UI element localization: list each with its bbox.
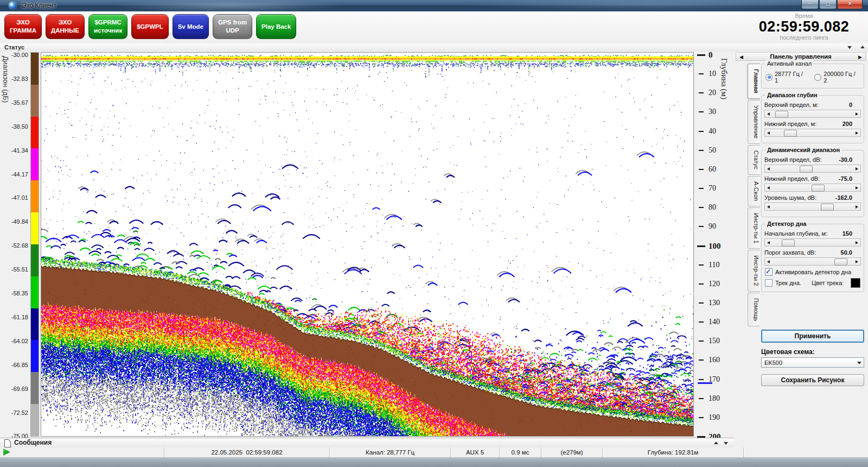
scroll-thumb[interactable] [775, 111, 788, 118]
depth-tick [699, 226, 704, 227]
color-scheme-select[interactable]: EK500 [761, 357, 864, 368]
channel-radio-1[interactable]: 200000 Гц / 2 [814, 71, 860, 84]
scroll-left-icon[interactable] [765, 129, 772, 136]
toolbar-button-4[interactable]: Sv Mode [173, 14, 209, 39]
maximize-button[interactable]: ▢ [819, 0, 837, 9]
scroll-thumb[interactable] [782, 239, 795, 247]
slider-scrollbar[interactable] [764, 129, 861, 137]
depth-tick [697, 245, 705, 247]
depth-tick-label: 140 [709, 318, 720, 326]
depth-tick-label: 70 [709, 185, 716, 192]
messages-bar[interactable]: Сообщения [0, 438, 733, 449]
slider-value: -30.0 [839, 156, 861, 163]
scroll-left-icon[interactable] [765, 203, 772, 210]
scroll-left-icon[interactable] [765, 110, 772, 117]
db-label: -64.02 [11, 338, 28, 344]
slider-scrollbar[interactable] [764, 203, 861, 211]
scroll-right-icon[interactable] [853, 239, 860, 246]
scroll-thumb[interactable] [821, 204, 834, 211]
close-button[interactable]: ✕ [837, 0, 863, 9]
scroll-thumb[interactable] [834, 258, 847, 266]
tab-инстр-ты-2[interactable]: Инстр-ты 2 [748, 250, 760, 291]
toolbar-button-2[interactable]: $GPRMCисточник [88, 14, 127, 39]
scroll-thumb[interactable] [800, 166, 813, 173]
scroll-left-icon[interactable] [765, 165, 772, 172]
slider-scrollbar[interactable] [764, 238, 861, 247]
bottom-depth-marker [698, 382, 712, 384]
collapse-down-icon[interactable] [847, 46, 852, 49]
color-band-4 [31, 180, 39, 212]
apply-button[interactable]: Применить [761, 330, 864, 343]
color-band-3 [31, 148, 39, 180]
toolbar-button-label: ДАННЫЕ [51, 27, 79, 35]
checkbox-icon[interactable] [765, 268, 773, 276]
toolbar-button-5[interactable]: GPS fromUDP [213, 14, 252, 39]
messages-up-icon[interactable] [714, 441, 718, 444]
echogram [41, 52, 694, 437]
radio-icon [814, 74, 821, 81]
scroll-left-icon[interactable] [765, 258, 772, 265]
slider-scrollbar[interactable] [764, 110, 861, 118]
slider-label-row: Порог захвата, dB:50.0 [764, 249, 861, 256]
status-cell-5: (е279м) [541, 447, 603, 457]
tab-инстр-ты-1[interactable]: Инстр-ты 1 [748, 207, 760, 249]
depth-tick-label: 150 [709, 337, 720, 345]
scroll-right-icon[interactable] [853, 258, 860, 265]
tab-помощь[interactable]: Помощь [748, 293, 760, 327]
group-2: Детектор днаНачальная глубина, м:150Поро… [761, 224, 864, 292]
slider-label-row: Начальная глубина, м:150 [764, 230, 861, 237]
slider-label-row: Нижний предел, м:200 [764, 121, 861, 127]
toolbar-button-0[interactable]: ЭХОГРАММА [4, 14, 42, 39]
scroll-right-icon[interactable] [853, 129, 860, 136]
scroll-right-icon[interactable] [853, 184, 860, 191]
scroll-thumb[interactable] [812, 185, 825, 192]
slider-label-row: Верхний предел, м:0 [764, 102, 861, 108]
scroll-right-icon[interactable] [853, 165, 860, 172]
db-label: -41.34 [11, 147, 28, 154]
color-scheme-label: Цветовая схема: [761, 348, 864, 356]
scroll-thumb[interactable] [784, 130, 797, 137]
slider-scrollbar[interactable] [764, 184, 861, 192]
scroll-left-icon[interactable] [765, 184, 772, 191]
depth-tick [699, 264, 704, 266]
toolbar-button-label: $GPWPL [137, 23, 163, 31]
slider-row: Верхний предел, dB:-30.0 [764, 156, 861, 173]
slider-label: Начальная глубина, м: [764, 230, 827, 237]
depth-tick [699, 73, 704, 74]
scroll-right-icon[interactable] [853, 110, 860, 117]
checkbox-icon[interactable] [765, 279, 773, 287]
channel-radio-0[interactable]: 28777 Гц / 1 [765, 71, 807, 84]
tab-а-скоп[interactable]: А-Скоп [748, 176, 760, 206]
slider-label-row: Уровень шума, dB:-162.0 [764, 194, 861, 201]
toolbar-button-6[interactable]: Play Back [256, 14, 296, 39]
toolbar-button-3[interactable]: $GPWPL [131, 14, 169, 39]
scroll-left-icon[interactable] [765, 239, 772, 246]
tab-статус[interactable]: Статус [748, 145, 760, 175]
scroll-right-icon[interactable] [853, 203, 860, 210]
track-color-swatch[interactable] [851, 278, 860, 288]
title-bar: Эхо Клиент ─ ▢ ✕ [0, 0, 868, 11]
depth-tick [699, 379, 704, 380]
depth-axis: 0102030405060708090100110120130140150160… [694, 52, 733, 438]
color-scheme-value: EK500 [764, 359, 782, 366]
color-scale [31, 53, 39, 436]
slider-value: 0 [849, 102, 861, 108]
db-label: -44.17 [11, 171, 28, 178]
tab-управление[interactable]: Управление [748, 100, 760, 144]
slider-scrollbar[interactable] [764, 257, 861, 266]
slider-value: 150 [843, 230, 861, 237]
echogram-canvas[interactable] [41, 53, 693, 436]
save-picture-button[interactable]: Сохранить Рисунок [761, 374, 864, 386]
collapse-up-icon[interactable] [860, 46, 865, 48]
messages-down-icon[interactable] [724, 442, 728, 445]
checkbox-row-1[interactable]: Трек дна.Цвет трека: [765, 278, 860, 288]
depth-tick [699, 359, 704, 361]
slider-value: -75.0 [839, 175, 861, 182]
slider-row: Нижний предел, м:200 [764, 121, 861, 137]
minimize-button[interactable]: ─ [801, 0, 819, 9]
toolbar-button-1[interactable]: ЭХОДАННЫЕ [46, 14, 85, 39]
slider-label: Нижний предел, м: [764, 121, 816, 127]
tab-главная[interactable]: Главная [748, 64, 760, 99]
checkbox-row-0[interactable]: Активировать детектор дна [765, 268, 860, 276]
slider-scrollbar[interactable] [764, 165, 861, 173]
